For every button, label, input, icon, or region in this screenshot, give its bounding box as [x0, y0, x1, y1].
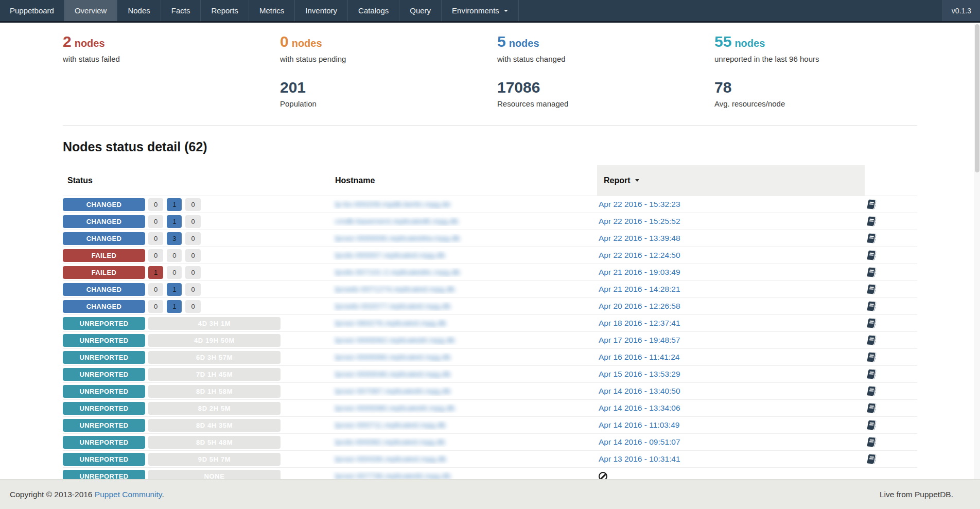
stat-unreported-unit: nodes [734, 38, 765, 49]
report-date-link[interactable]: Apr 21 2016 - 14:28:21 [599, 285, 680, 294]
report-book-icon[interactable] [867, 268, 876, 277]
report-date-link[interactable]: Apr 22 2016 - 12:24:50 [599, 251, 680, 260]
table-header-row: Status Hostname Report [63, 165, 917, 196]
report-book-icon[interactable] [867, 234, 876, 243]
report-book-icon[interactable] [867, 285, 876, 294]
report-book-icon[interactable] [867, 200, 876, 209]
report-book-icon[interactable] [867, 302, 876, 311]
report-icon-cell [865, 251, 917, 260]
nav-item-inventory[interactable]: Inventory [295, 0, 348, 21]
status-badge: UNREPORTED [63, 351, 145, 364]
report-date-link[interactable]: Apr 14 2016 - 11:03:49 [599, 420, 679, 430]
column-header-status[interactable]: Status [63, 165, 329, 196]
hostname-link-blurred[interactable]: lpcds-000007.replicated.mpg.db [335, 251, 445, 259]
hostname-link-blurred[interactable]: lpcwz-060276.replicated.mpg.db [335, 319, 446, 327]
hostname-link-blurred[interactable]: lpcwds-002077.replicated.mpg.db [335, 302, 450, 310]
report-date-link[interactable]: Apr 16 2016 - 11:41:24 [599, 353, 679, 362]
count-pill-default: 0 [148, 249, 163, 262]
hostname-link-blurred[interactable]: lpcwz-0000066.replicated.mpg.db [335, 353, 450, 361]
hostname-link-blurred[interactable]: lpcwz-000711.replicated.mpg.db [335, 420, 446, 429]
report-icon-cell [865, 234, 917, 243]
nav-item-overview[interactable]: Overview [64, 0, 118, 21]
report-date-link[interactable]: Apr 20 2016 - 12:26:58 [599, 302, 680, 311]
hostname-link-blurred[interactable]: lpcwz-0000006.replicated4w.mpg.db [335, 234, 460, 242]
stat-unreported: 55nodes unreported in the last 96 hours … [714, 34, 932, 110]
report-book-icon[interactable] [867, 353, 876, 362]
sort-desc-icon [635, 179, 639, 182]
report-book-icon[interactable] [867, 403, 876, 413]
status-cell: CHANGED010 [63, 283, 329, 296]
report-date-link[interactable]: Apr 22 2016 - 13:39:48 [599, 234, 680, 243]
version-badge: v0.1.3 [942, 0, 980, 21]
report-book-icon[interactable] [867, 319, 876, 328]
section-title: Nodes status detail (62) [63, 139, 980, 154]
hostname-link-blurred[interactable]: lpcwz-000336.replicated.mpg.db [335, 454, 446, 463]
stat-failed-line: 2nodes [63, 34, 280, 49]
nav-item-facts[interactable]: Facts [161, 0, 201, 21]
report-book-icon[interactable] [867, 437, 876, 447]
report-book-icon[interactable] [867, 420, 876, 430]
report-icon-cell [865, 403, 917, 413]
column-header-report[interactable]: Report [597, 165, 865, 196]
report-icon-cell [865, 437, 917, 447]
table-body: CHANGED010lp-bs-000209.mpdb.berlin.mpg.d… [63, 196, 917, 484]
stat-pending-value: 0 [280, 33, 289, 50]
report-date-link[interactable]: Apr 13 2016 - 10:31:41 [599, 454, 680, 464]
report-date-link[interactable]: Apr 14 2016 - 09:51:07 [599, 437, 680, 447]
report-date-link[interactable]: Apr 22 2016 - 15:32:23 [599, 200, 680, 209]
report-date-link[interactable]: Apr 22 2016 - 15:25:52 [599, 217, 680, 226]
report-book-icon[interactable] [867, 387, 876, 396]
hostname-link-blurred[interactable]: lpcwz-0000062.replicated4.mpg.db [335, 336, 455, 344]
report-date-link[interactable]: Apr 14 2016 - 13:34:06 [599, 403, 680, 413]
report-date-link[interactable]: Apr 17 2016 - 19:48:57 [599, 336, 680, 345]
report-icon-cell [865, 268, 917, 277]
event-counts: 010 [148, 283, 201, 296]
report-date-link[interactable]: Apr 15 2016 - 13:53:29 [599, 370, 680, 379]
count-pill-default: 0 [185, 198, 200, 211]
nav-item-catalogs[interactable]: Catalogs [348, 0, 399, 21]
hostname-link-blurred[interactable]: cmdb-basement.replicated6.mpg.db [335, 217, 458, 225]
hostname-link-blurred[interactable]: lpcwz-007087.replicated4.mpg.db [335, 387, 450, 395]
event-counts: 010 [148, 198, 201, 211]
nav-spacer [519, 0, 942, 21]
report-book-icon[interactable] [867, 336, 876, 345]
report-cell: Apr 22 2016 - 15:32:23 [597, 200, 865, 209]
nav-item-query[interactable]: Query [399, 0, 442, 21]
report-date-link[interactable]: Apr 18 2016 - 12:37:41 [599, 319, 680, 328]
nav-item-environments[interactable]: Environments [442, 0, 519, 21]
stat-failed: 2nodes with status failed [63, 34, 280, 110]
report-date-link[interactable]: Apr 14 2016 - 13:40:50 [599, 387, 680, 396]
hostname-link-blurred[interactable]: lpcwz-0000080.replicated4.mpg.db [335, 403, 455, 412]
count-pill-changed: 3 [167, 232, 182, 245]
stat-unreported-line: 55nodes [714, 34, 932, 49]
puppet-community-link[interactable]: Puppet Community [95, 490, 162, 499]
hostname-link-blurred[interactable]: lp-bs-000209.mpdb.berlin.mpg.de [335, 200, 450, 208]
nav-item-metrics[interactable]: Metrics [249, 0, 295, 21]
status-cell: CHANGED010 [63, 198, 329, 211]
report-cell: Apr 21 2016 - 14:28:21 [597, 285, 865, 294]
table-row: UNREPORTED8D 5H 48Mlpcds-000082.replicat… [63, 433, 917, 450]
report-book-icon[interactable] [867, 370, 876, 379]
stats-grid: 2nodes with status failed 0nodes with st… [63, 34, 980, 110]
hostname-link-blurred[interactable]: lpcwz-0000046.replicated.mpg.db [335, 370, 450, 378]
scrollbar-thumb[interactable] [975, 24, 979, 172]
report-cell: Apr 15 2016 - 13:53:29 [597, 370, 865, 379]
event-counts: 010 [148, 300, 201, 313]
stat-resources-label: Resources managed [497, 99, 714, 110]
unreported-duration-pill: 9D 5H 7M [148, 453, 281, 466]
report-book-icon[interactable] [867, 217, 876, 226]
report-date-link[interactable]: Apr 21 2016 - 19:03:49 [599, 268, 680, 277]
nav-item-nodes[interactable]: Nodes [117, 0, 161, 21]
report-book-icon[interactable] [867, 251, 876, 260]
column-header-hostname[interactable]: Hostname [329, 165, 597, 196]
stat-resources-value: 17086 [497, 79, 714, 95]
nodes-table: Status Hostname Report CHANGED010lp-bs-0… [63, 165, 917, 484]
brand-puppetboard[interactable]: Puppetboard [0, 0, 64, 21]
status-badge: UNREPORTED [63, 385, 145, 398]
report-book-icon[interactable] [867, 454, 876, 464]
hostname-link-blurred[interactable]: lpcds-000082.replicated.mpg.db [335, 437, 445, 446]
hostname-link-blurred[interactable]: lpvds-007101-2.replicated4c.mpg.db [335, 268, 460, 276]
nav-item-reports[interactable]: Reports [201, 0, 249, 21]
hostname-link-blurred[interactable]: lpcwds-0071274.replicated.mpg.db [335, 285, 455, 293]
count-pill-default: 0 [148, 300, 163, 313]
